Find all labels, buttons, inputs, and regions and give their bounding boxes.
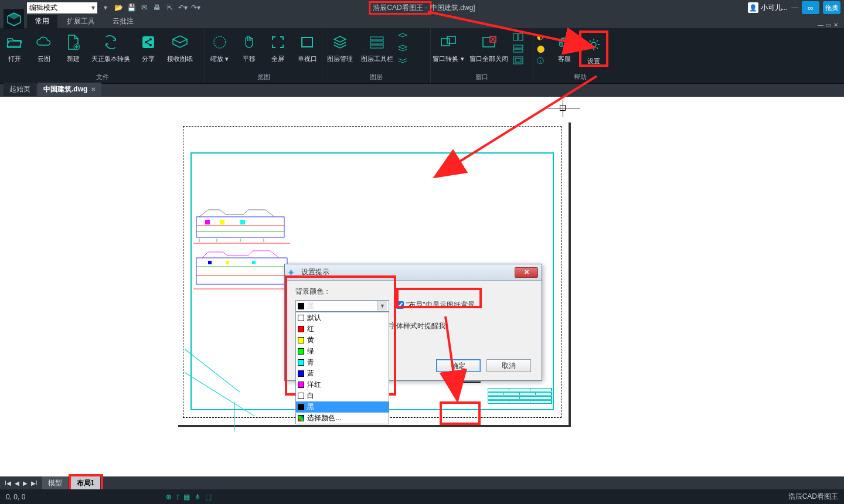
status-tool-zoom-icon[interactable]: ⊕ <box>166 493 172 501</box>
minimize-icon[interactable]: — <box>818 22 823 28</box>
layout-prev-icon[interactable]: ◀ <box>13 480 21 486</box>
help-small-3-icon[interactable]: ⓘ <box>537 56 549 66</box>
show-paper-bg-checkbox-row[interactable]: "布局"中显示图纸背景 <box>396 300 475 310</box>
dialog-title-text: 设置提示 <box>301 267 329 277</box>
export-icon[interactable]: ⇱ <box>165 3 175 12</box>
cancel-button[interactable]: 取消 <box>486 359 531 372</box>
win-small-1-icon[interactable] <box>513 33 525 42</box>
open-button[interactable]: 打开 <box>0 30 29 62</box>
color-option-black[interactable]: 黑 <box>296 401 389 413</box>
zoom-button[interactable]: 缩放 ▾ <box>205 30 234 62</box>
drag-lock-button[interactable]: 拖拽 <box>823 1 840 14</box>
cloud-sync-button[interactable]: ∞ <box>802 1 819 14</box>
group-view-label: 览图 <box>205 71 322 83</box>
title-bar: 编辑模式 ▾ 📂 💾 ✉ 🖶 ⇱ ↶▾ ↷▾ 浩辰CAD看图王 - 中国建筑.d… <box>0 0 844 15</box>
mode-select[interactable]: 编辑模式 <box>27 2 97 13</box>
color-option-yellow[interactable]: 黄 <box>296 335 389 346</box>
single-viewport-button[interactable]: 单视口 <box>292 30 322 62</box>
layer-manager-button[interactable]: 图层管理 <box>322 30 358 62</box>
status-tool-ortho-icon[interactable]: ⟟ <box>176 493 179 501</box>
svg-rect-30 <box>240 220 245 224</box>
drawing-canvas[interactable]: ◈ 设置提示 ✕ 背景颜色： 黑 ▼ 默认 红 黄 绿 青 蓝 <box>0 97 844 476</box>
win-small-3-icon[interactable] <box>513 56 525 66</box>
color-option-green[interactable]: 绿 <box>296 346 389 357</box>
color-option-custom[interactable]: 选择颜色... <box>296 413 389 424</box>
layout-tab-layout1[interactable]: 布局1 <box>71 476 101 490</box>
title-sep: - <box>423 4 427 12</box>
ribbon: 打开 云图 新建 天正版本转换 分享 接收图纸 文件 缩放 ▾ 平移 全屏 单视… <box>0 28 844 84</box>
doc-tab-start[interactable]: 起始页 <box>4 83 36 96</box>
layer-small-2-icon[interactable] <box>397 45 409 54</box>
opt5: 蓝 <box>307 369 314 379</box>
redo-icon[interactable]: ↷▾ <box>191 3 200 12</box>
opt4: 青 <box>307 357 314 367</box>
minimize-tray-icon[interactable]: — <box>791 4 798 12</box>
close-all-windows-button[interactable]: 窗口全部关闭 <box>466 30 512 62</box>
layout-last-icon[interactable]: ▶I <box>30 480 39 486</box>
undo-icon[interactable]: ↶▾ <box>178 3 188 12</box>
new-file-icon <box>64 33 83 52</box>
layout-tab-model[interactable]: 模型 <box>42 476 68 490</box>
open-icon[interactable]: 📂 <box>114 3 123 12</box>
pan-button[interactable]: 平移 <box>234 30 264 62</box>
email-icon[interactable]: ✉ <box>139 3 149 12</box>
group-help-label: 帮助 <box>533 71 627 83</box>
win-small-2-icon[interactable] <box>513 45 525 54</box>
help-small-2-icon[interactable]: ⬤ <box>537 45 549 54</box>
customer-service-button[interactable]: 客服 <box>550 30 579 62</box>
group-layer-label: 图层 <box>322 71 430 83</box>
ok-button[interactable]: 确定 <box>436 359 481 372</box>
quick-access-toolbar: ▾ 📂 💾 ✉ 🖶 ⇱ ↶▾ ↷▾ <box>101 3 200 12</box>
pan-label: 平移 <box>243 55 256 62</box>
user-badge[interactable]: 👤 小可儿... <box>748 2 788 13</box>
bg-color-combo[interactable]: 黑 ▼ 默认 红 黄 绿 青 蓝 洋红 白 黑 选择颜色... <box>295 300 389 312</box>
svg-rect-13 <box>441 39 450 46</box>
title-right: 👤 小可儿... — ∞ 拖拽 <box>748 1 844 14</box>
ribbon-group-window: 窗口转换 ▾ 窗口全部关闭 窗口 <box>431 28 533 83</box>
ribbon-group-layer: 图层管理 图层工具栏 图层 <box>322 28 431 83</box>
doc-tab-current[interactable]: 中国建筑.dwg✕ <box>38 83 101 96</box>
color-option-magenta[interactable]: 洋红 <box>296 379 389 390</box>
svg-rect-17 <box>513 33 518 40</box>
bg-color-label: 背景颜色： <box>295 287 531 297</box>
close-window-icon[interactable]: ✕ <box>833 22 838 28</box>
save-icon[interactable]: 💾 <box>127 3 136 12</box>
qat-dropdown-icon[interactable]: ▾ <box>101 3 110 12</box>
help-small-1-icon[interactable]: ◐ <box>537 33 549 42</box>
tab-common[interactable]: 常用 <box>27 15 57 28</box>
new-button[interactable]: 新建 <box>59 30 88 62</box>
dialog-titlebar[interactable]: ◈ 设置提示 ✕ <box>285 264 542 281</box>
layer-toolbar-button[interactable]: 图层工具栏 <box>358 30 396 62</box>
tab-extended[interactable]: 扩展工具 <box>59 15 103 28</box>
layout-first-icon[interactable]: I◀ <box>4 480 12 486</box>
svg-rect-19 <box>513 45 523 48</box>
cloud-button[interactable]: 云图 <box>29 30 59 62</box>
color-option-blue[interactable]: 蓝 <box>296 368 389 379</box>
share-button[interactable]: 分享 <box>134 30 163 62</box>
layerbar-label: 图层工具栏 <box>361 55 393 62</box>
settings-button[interactable]: 设置 <box>579 30 608 67</box>
layer-small-1-icon[interactable] <box>397 33 409 42</box>
dialog-close-button[interactable]: ✕ <box>515 267 538 278</box>
close-tab-icon[interactable]: ✕ <box>91 86 96 93</box>
tianzheng-convert-button[interactable]: 天正版本转换 <box>88 30 134 62</box>
color-option-white[interactable]: 白 <box>296 390 389 401</box>
color-option-red[interactable]: 红 <box>296 323 389 335</box>
tab-cloud-annotate[interactable]: 云批注 <box>104 15 142 28</box>
status-tool-select-icon[interactable]: ⬚ <box>205 493 212 501</box>
layer-small-3-icon[interactable] <box>397 56 409 66</box>
bg-color-dropdown-list: 默认 红 黄 绿 青 蓝 洋红 白 黑 选择颜色... <box>295 312 389 424</box>
color-option-default[interactable]: 默认 <box>296 312 389 323</box>
group-file-label: 文件 <box>0 71 205 83</box>
fullscreen-button[interactable]: 全屏 <box>264 30 293 62</box>
show-paper-bg-checkbox[interactable] <box>396 301 404 309</box>
status-tool-snap-icon[interactable]: ▦ <box>183 493 190 501</box>
color-option-cyan[interactable]: 青 <box>296 357 389 368</box>
chevron-down-icon[interactable]: ▼ <box>377 301 387 311</box>
receive-button[interactable]: 接收图纸 <box>163 30 197 62</box>
status-tool-osnap-icon[interactable]: ⋔ <box>195 493 200 501</box>
maximize-icon[interactable]: ▭ <box>826 22 831 28</box>
print-icon[interactable]: 🖶 <box>152 3 162 12</box>
layout-next-icon[interactable]: ▶ <box>22 480 29 486</box>
window-switch-button[interactable]: 窗口转换 ▾ <box>431 30 466 62</box>
